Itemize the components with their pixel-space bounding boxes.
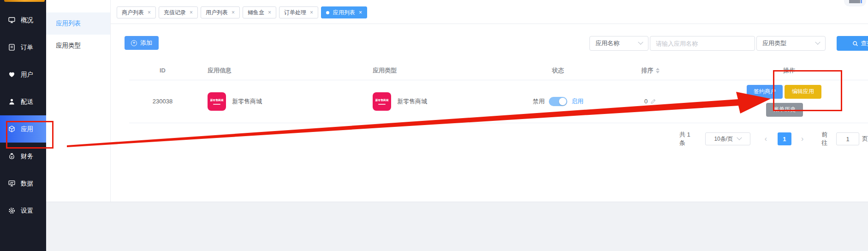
status-off-label: 禁用	[533, 97, 545, 106]
sort-carets[interactable]	[656, 68, 660, 73]
cell-app-info: 新零售商城 新零售商城	[196, 92, 361, 111]
goto-label: 前往	[821, 131, 833, 147]
finance-icon	[8, 152, 16, 160]
chevron-down-icon	[638, 40, 643, 45]
edit-app-button[interactable]: 编辑应用	[785, 85, 821, 99]
tab-app-list[interactable]: 应用列表 ×	[321, 6, 367, 18]
tab-label: 充值记录	[164, 9, 186, 17]
add-button[interactable]: + 添加	[125, 36, 159, 50]
open-tabs: 商户列表 × 充值记录 × 用户列表 × 鲫鱼盒 × 订单处理 × 应用列表 ×	[111, 0, 868, 18]
sidebar-item-apps[interactable]: 应用	[0, 115, 46, 143]
header-app-type: 应用类型	[361, 61, 526, 80]
secondary-sidebar: 应用列表 应用类型	[46, 0, 111, 202]
sidebar-item-label: 应用	[21, 125, 33, 133]
app-type-name: 新零售商城	[397, 97, 427, 106]
table-row: 230038 新零售商城 新零售商城 新	[129, 80, 868, 123]
app-type-logo-subtext	[378, 104, 386, 105]
sidebar-item-overview[interactable]: 概况	[0, 6, 46, 34]
search-button-label: 查找	[861, 39, 868, 48]
cell-actions: 签约商户 编辑应用 账单历史	[710, 80, 868, 123]
cell-status: 禁用 启用	[526, 97, 590, 106]
sidebar-item-users[interactable]: 用户	[0, 61, 46, 88]
dashboard-icon	[8, 16, 16, 24]
window-controls-bar	[849, 0, 860, 3]
status-toggle[interactable]	[549, 97, 567, 106]
app-type-logo-icon: 新零售商城	[373, 92, 391, 111]
plus-circle-icon: +	[131, 40, 137, 46]
goto-page-input[interactable]	[836, 132, 859, 145]
sidebar-item-finance[interactable]: 财务	[0, 143, 46, 170]
close-icon[interactable]: ×	[359, 10, 362, 15]
submenu-item-label: 应用列表	[56, 19, 81, 28]
app-logo-subtext	[213, 104, 220, 105]
tab-merchant-list[interactable]: 商户列表 ×	[117, 6, 156, 18]
chevron-down-icon	[815, 40, 820, 45]
tab-label: 订单处理	[284, 9, 306, 17]
app-logo	[4, 0, 45, 2]
header-actions: 操作	[710, 61, 868, 80]
app-logo-text: 新零售商城	[210, 98, 224, 102]
main-menu: 概况 订单 用户 配送 应用 财务 数据 设置	[0, 0, 46, 224]
tab-label: 鲫鱼盒	[248, 9, 264, 17]
edit-pencil-icon[interactable]	[650, 98, 656, 104]
goto-suffix: 页	[862, 135, 868, 143]
sidebar-item-settings[interactable]: 设置	[0, 197, 46, 224]
page-size-value: 10条/页	[714, 135, 733, 143]
sidebar-item-data[interactable]: 数据	[0, 170, 46, 197]
sidebar-item-label: 设置	[21, 207, 33, 215]
apps-icon	[8, 125, 16, 133]
search-button[interactable]: 查找	[837, 36, 868, 51]
header-id: ID	[129, 61, 196, 80]
close-icon[interactable]: ×	[190, 10, 193, 15]
page-size-select[interactable]: 10条/页	[705, 132, 750, 145]
delivery-icon	[8, 98, 16, 106]
sidebar-item-label: 订单	[21, 43, 33, 52]
tab-label: 应用列表	[333, 9, 355, 17]
sign-merchant-button[interactable]: 签约商户	[747, 85, 783, 99]
tab-label: 用户列表	[206, 9, 228, 17]
select-value: 应用名称	[595, 39, 619, 48]
submenu-item-app-type[interactable]: 应用类型	[46, 35, 110, 57]
tab-user-list[interactable]: 用户列表 ×	[201, 6, 240, 18]
tab-recharge-records[interactable]: 充值记录 ×	[159, 6, 198, 18]
close-icon[interactable]: ×	[268, 10, 271, 15]
tab-jiyuhe[interactable]: 鲫鱼盒 ×	[243, 6, 276, 18]
sort-asc-icon[interactable]	[656, 68, 660, 70]
prev-page-button[interactable]: ‹	[760, 132, 773, 145]
search-icon	[852, 41, 858, 47]
submenu-item-app-list[interactable]: 应用列表	[46, 12, 110, 35]
active-dot	[326, 11, 329, 14]
window-controls-fragment	[844, 0, 866, 6]
add-button-label: 添加	[140, 39, 152, 47]
cell-app-type: 新零售商城 新零售商城	[361, 92, 526, 111]
page-1-button[interactable]: 1	[778, 132, 791, 145]
app-name-search-input[interactable]	[650, 36, 755, 51]
toggle-knob	[559, 98, 566, 105]
app-name-field-select[interactable]: 应用名称	[589, 36, 648, 51]
table-header-row: ID 应用信息 应用类型 状态 排序 操作	[129, 61, 868, 80]
cell-sort: 0	[590, 98, 710, 105]
sidebar-item-orders[interactable]: 订单	[0, 34, 46, 61]
main-sidebar: 概况 订单 用户 配送 应用 财务 数据 设置	[0, 0, 46, 251]
sidebar-item-delivery[interactable]: 配送	[0, 88, 46, 115]
close-icon[interactable]: ×	[148, 10, 151, 15]
bill-history-button[interactable]: 账单历史	[766, 103, 803, 117]
settings-icon	[8, 207, 16, 215]
orders-icon	[8, 43, 16, 51]
tab-order-processing[interactable]: 订单处理 ×	[279, 6, 318, 18]
header-sort-label: 排序	[642, 67, 654, 74]
sidebar-item-label: 数据	[21, 179, 33, 188]
sort-desc-icon[interactable]	[656, 71, 660, 73]
pagination: 共 1 条 10条/页 ‹ 1 › 前往 页	[679, 131, 868, 147]
users-icon	[8, 71, 16, 78]
close-icon[interactable]: ×	[232, 10, 235, 15]
close-icon[interactable]: ×	[310, 10, 313, 15]
sidebar-item-label: 概况	[21, 16, 33, 24]
app-type-select[interactable]: 应用类型	[756, 36, 826, 51]
tab-bar: 商户列表 × 充值记录 × 用户列表 × 鲫鱼盒 × 订单处理 × 应用列表 ×	[111, 0, 868, 24]
sidebar-item-label: 财务	[21, 152, 33, 161]
header-sort: 排序	[590, 61, 710, 80]
status-on-label: 启用	[571, 97, 583, 106]
tab-label: 商户列表	[122, 9, 144, 17]
next-page-button[interactable]: ›	[796, 132, 809, 145]
